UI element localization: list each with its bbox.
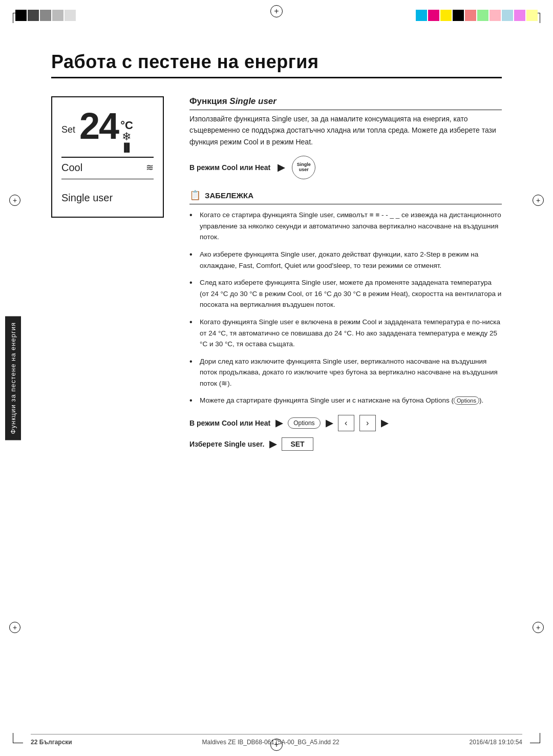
nav-right-button[interactable]: › [359,415,376,431]
reg-mark-right-top: + [533,195,544,206]
note-header: 📋 ЗАБЕЛЕЖКА [189,190,502,204]
ac-set-label: Set [61,124,75,135]
note-section: 📋 ЗАБЕЛЕЖКА • Когато се стартира функция… [189,190,502,451]
ac-divider [61,157,154,158]
note-item-2: • Ако изберете функцията Single user, до… [189,249,502,271]
note-text-5: Дори след като изключите функцията Singl… [200,356,502,389]
color-bar-lred [465,10,476,21]
bottom-arrow-2: ▶ [326,417,333,429]
ac-cool-label: Cool [61,162,82,174]
bullet-3: • [189,277,196,288]
crop-mark-br [530,733,540,743]
note-list: • Когато се стартира функцията Single us… [189,209,502,407]
ac-degree-symbol: °C [120,120,133,131]
color-bar-lpink [490,10,501,21]
note-icon: 📋 [189,190,201,201]
single-user-btn-bottom: user [299,167,309,173]
color-bar-mgray [40,10,51,21]
ac-single-user-label: Single user [61,192,113,204]
bullet-5: • [189,356,196,367]
note-text-3: След като изберете функцията Single user… [200,277,502,310]
color-bars-left [15,10,76,21]
color-bar-llgray [65,10,76,21]
ac-snowflake-icon: ❄ [122,131,131,142]
bullet-2: • [189,249,196,260]
ac-temp-number: 24 [79,108,118,144]
print-marks-top: + [0,0,553,31]
bullet-1: • [189,209,196,221]
ac-display-inner: Set 24 °C ❄ ▐▌ Cool ≋ [61,108,154,204]
bottom-instruction-row2: Изберете Single user. ▶ SET [189,437,502,451]
note-header-text: ЗАБЕЛЕЖКА [205,191,253,200]
single-user-button[interactable]: Single user [292,156,315,179]
note-item-1: • Когато се стартира функцията Single us… [189,209,502,243]
color-bar-dgray [28,10,39,21]
ac-divider-2 [61,179,154,179]
color-bar-black [15,10,27,21]
sidebar-label: Функции за пестене на енергия [5,316,21,440]
note-item-4: • Когато функцията Single user е включен… [189,317,502,350]
color-bar-lblue [502,10,513,21]
note-text-1: Когато се стартира функцията Single user… [200,209,502,243]
color-bar-lyellow [526,10,538,21]
options-button[interactable]: Options [288,417,320,429]
ac-temp-icons: °C ❄ ▐▌ [120,115,133,152]
ac-temp-display: 24 °C ❄ ▐▌ [79,108,133,152]
color-bar-lgray [52,10,63,21]
sidebar: Функции за пестене на енергия [0,31,26,725]
bottom-mode-label: В режим Cool или Heat [189,419,270,427]
page-title: Работа с пестене на енергия [51,51,502,73]
color-bar-magenta [428,10,439,21]
bullet-4: • [189,317,196,328]
arrow-right-icon: ▶ [278,162,285,173]
reg-mark-left-top: + [9,195,20,206]
reg-mark-top-center: + [270,5,283,17]
color-bar-lgreen [477,10,488,21]
bullet-6: • [189,395,196,406]
reg-mark-right-bottom: + [533,622,544,633]
instructions-panel: Функция Single user Използвайте функцият… [189,96,502,451]
crop-mark-bl [13,733,23,743]
section-title: Функция Single user [189,96,502,110]
section-title-italic: Single user [229,96,276,106]
ac-display-panel: Set 24 °C ❄ ▐▌ Cool ≋ [51,96,164,218]
footer-date: 2016/4/18 19:10:54 [470,739,522,746]
intro-text: Използвайте функцията Single user, за да… [189,113,502,148]
color-bar-black2 [453,10,464,21]
color-bar-yellow [440,10,452,21]
note-text-2: Ако изберете функцията Single user, дока… [200,249,502,271]
ac-set-row: Set 24 °C ❄ ▐▌ [61,108,133,152]
title-underline [51,77,502,78]
mode-row-1: В режим Cool или Heat ▶ Single user [189,156,502,179]
select-label: Изберете Single user. [189,440,264,448]
bottom-arrow-4: ▶ [269,438,276,450]
set-button[interactable]: SET [282,437,313,451]
ac-mode-row: Cool ≋ [61,162,154,174]
note-item-5: • Дори след като изключите функцията Sin… [189,356,502,389]
bottom-arrow-3: ▶ [381,417,388,429]
main-content: Работа с пестене на енергия Set 24 °C ❄ … [31,31,522,725]
mode-label: В режим Cool или Heat [189,163,270,172]
footer-page: 22 Български [31,739,72,746]
color-bars-right [416,10,538,21]
note-text-4: Когато функцията Single user е включена … [200,317,502,350]
bottom-instruction-row1: В режим Cool или Heat ▶ Options ▶ ‹ › ▶ [189,415,502,431]
ac-fan-icon: ▐▌ [121,143,133,152]
note-item-3: • След като изберете функцията Single us… [189,277,502,310]
reg-mark-bottom-center: + [270,739,283,751]
note-item-6: • Можете да стартирате функцията Single … [189,395,502,406]
ac-wind-icon: ≋ [146,162,154,173]
color-bar-lmag [514,10,525,21]
bottom-arrow-1: ▶ [275,417,283,429]
color-bar-cyan [416,10,427,21]
note-text-6: Можете да стартирате функцията Single us… [200,395,502,406]
nav-left-button[interactable]: ‹ [338,415,354,431]
section-title-prefix: Функция [189,96,229,106]
reg-mark-left-bottom: + [9,622,20,633]
content-layout: Set 24 °C ❄ ▐▌ Cool ≋ [51,96,502,451]
